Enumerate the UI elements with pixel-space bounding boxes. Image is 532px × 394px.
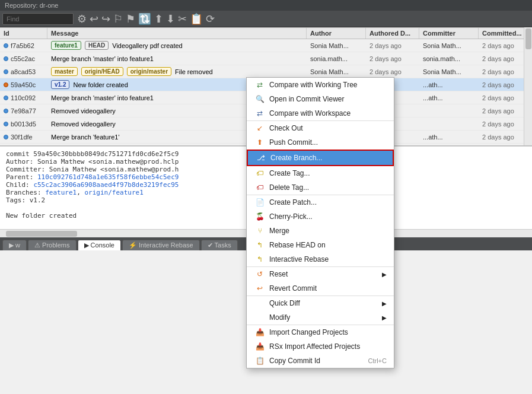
commit-author: Sonia Math... <box>307 41 366 50</box>
commit-id: 7e98a77 <box>0 106 47 116</box>
col-header-committer: Committer <box>419 28 479 39</box>
menu-interactive-rebase[interactable]: ↰ Interactive Rebase <box>247 252 394 267</box>
branch-badge: feature1 <box>51 41 81 50</box>
find-input[interactable] <box>2 13 74 25</box>
commit-authored: 2 days ago <box>366 41 419 50</box>
menu-merge[interactable]: ⑂ Merge <box>247 224 394 238</box>
v12-badge: v1.2 <box>51 80 69 89</box>
modify-icon <box>254 313 266 322</box>
context-menu[interactable]: ⇄ Compare with Working Tree 🔍 Open in Co… <box>246 77 394 368</box>
menu-open-commit[interactable]: 🔍 Open in Commit Viewer <box>247 92 394 106</box>
menu-create-branch[interactable]: ⎇ Create Branch... <box>247 150 394 166</box>
commit-author: Sonia Math... <box>307 67 366 77</box>
parent-label: Parent: <box>6 173 33 181</box>
commit-committer: ...ath... <box>419 93 479 103</box>
commit-authored: 2 days ago <box>366 54 419 63</box>
commit-id: 59a450c <box>0 80 47 90</box>
tab-tasks[interactable]: ✔ Tasks <box>201 240 238 250</box>
reset-icon: ↺ <box>254 269 266 279</box>
menu-import-changed[interactable]: 📥 Import Changed Projects <box>247 325 394 339</box>
menu-label: Push Commit... <box>269 138 318 147</box>
table-row[interactable]: c55c2ac Merge branch 'master' into featu… <box>0 52 532 65</box>
menu-rebase-head[interactable]: ↰ Rebase HEAD on <box>247 238 394 252</box>
table-row[interactable]: f7a5b62 feature1 HEAD Videogallery pdf c… <box>0 39 532 52</box>
compare2-icon: ⇄ <box>254 109 266 118</box>
reset-arrow: ▶ <box>382 271 387 278</box>
patch-icon: 📄 <box>254 198 266 207</box>
cherry-icon: 🍒 <box>254 212 266 221</box>
scroll-thumb[interactable] <box>525 28 531 49</box>
menu-label: RSx Import Affected Projects <box>269 342 360 351</box>
commit-committer <box>419 123 479 125</box>
child-label: Child: <box>6 181 30 189</box>
menu-label: Reset <box>269 270 288 278</box>
toolbar-icons: ⚙ ↩ ↪ ⚐ ⚑ 🔃 ⬆ ⬇ ✂ 📋 ⟳ <box>77 12 215 26</box>
menu-compare-workspace[interactable]: ⇄ Compare with Workspace <box>247 106 394 121</box>
menu-modify[interactable]: Modify ▶ <box>247 310 394 325</box>
diff-icon <box>254 298 266 308</box>
commit-committer: Sonia Math... <box>419 67 479 77</box>
branch-link-1[interactable]: feature1 <box>45 189 77 196</box>
modify-arrow: ▶ <box>382 314 387 321</box>
origin-head-badge: origin/HEAD <box>81 67 123 76</box>
h-scroll-thumb[interactable] <box>6 231 77 237</box>
master-badge: master <box>51 67 78 76</box>
commit-author: sonia.math... <box>307 54 366 63</box>
menu-label: Create Tag... <box>269 169 310 177</box>
branch-sep: , <box>77 189 84 196</box>
merge-icon: ⑂ <box>254 226 266 236</box>
commit-id: f7a5b62 <box>0 41 47 50</box>
quick-diff-arrow: ▶ <box>382 300 387 307</box>
menu-create-patch[interactable]: 📄 Create Patch... <box>247 195 394 209</box>
menu-label: Compare with Working Tree <box>269 81 358 89</box>
import2-icon: 📥 <box>254 342 266 351</box>
table-header: Id Message Author Authored D... Committe… <box>0 27 532 39</box>
branch-icon: ⎇ <box>255 153 267 163</box>
vertical-scrollbar[interactable] <box>524 27 532 145</box>
commit-committer: Sonia Math... <box>419 41 479 50</box>
message-text: Videogallery pdf created <box>112 42 182 49</box>
menu-label: Delete Tag... <box>269 183 309 192</box>
message-text: Merge branch 'feature1' <box>51 134 120 141</box>
commit-committer: sonia.math... <box>419 54 479 63</box>
menu-cherry-pick[interactable]: 🍒 Cherry-Pick... <box>247 209 394 224</box>
compare-icon: ⇄ <box>254 80 266 90</box>
table-row[interactable]: a8cad53 master origin/HEAD origin/master… <box>0 65 532 78</box>
head-badge: HEAD <box>85 41 109 50</box>
branch-link-2[interactable]: origin/feature1 <box>84 189 143 196</box>
commit-committer: ...ath... <box>419 80 479 90</box>
commit-committer: ...ath... <box>419 145 479 146</box>
menu-import-affected[interactable]: 📥 RSx Import Affected Projects <box>247 339 394 354</box>
commit-id: 30f1dfe <box>0 132 47 142</box>
menu-push-commit[interactable]: ⬆ Push Commit... <box>247 135 394 150</box>
menu-label: Create Branch... <box>270 154 322 162</box>
window-title: Repository: dr-one <box>5 2 59 9</box>
message-text: New folder created <box>73 81 128 88</box>
menu-compare-working[interactable]: ⇄ Compare with Working Tree <box>247 78 394 92</box>
menu-reset[interactable]: ↺ Reset ▶ <box>247 267 394 281</box>
tab-interactive-rebase[interactable]: ⚡ Interactive Rebase <box>122 240 200 250</box>
menu-delete-tag[interactable]: 🏷 Delete Tag... <box>247 180 394 195</box>
commit-committer <box>419 110 479 112</box>
menu-copy-commit-id[interactable]: 📋 Copy Commit Id Ctrl+C <box>247 354 394 368</box>
open-icon: 🔍 <box>254 94 266 104</box>
menu-create-tag[interactable]: 🏷 Create Tag... <box>247 166 394 180</box>
menu-label: Copy Commit Id <box>269 357 320 365</box>
col-header-message: Message <box>47 28 307 39</box>
col-header-author: Author <box>307 28 366 39</box>
menu-revert-commit[interactable]: ↩ Revert Commit <box>247 281 394 296</box>
commit-id: b0013d5 <box>0 119 47 129</box>
tab-view[interactable]: ▶ w <box>2 240 27 250</box>
tab-console[interactable]: ▶ Console <box>78 240 121 250</box>
child-link[interactable]: c55c2ac3906a6908aaed4f97b8de3219fec95 <box>33 181 179 189</box>
toolbar: ⚙ ↩ ↪ ⚐ ⚑ 🔃 ⬆ ⬇ ✂ 📋 ⟳ <box>0 11 532 27</box>
parent-link[interactable]: 110c092761d748a1e635f58f6ebbe54c5ec9 <box>37 173 179 181</box>
commit-id: a8cad53 <box>0 67 47 77</box>
message-text: Merge branch 'master' into feature1 <box>51 55 154 62</box>
branches-label: Branches: <box>6 189 45 196</box>
tab-problems[interactable]: ⚠ Problems <box>28 240 77 250</box>
message-text: File removed <box>175 68 213 75</box>
menu-label: Quick Diff <box>269 299 300 307</box>
menu-quick-diff[interactable]: Quick Diff ▶ <box>247 296 394 310</box>
menu-checkout[interactable]: ↙ Check Out <box>247 121 394 135</box>
